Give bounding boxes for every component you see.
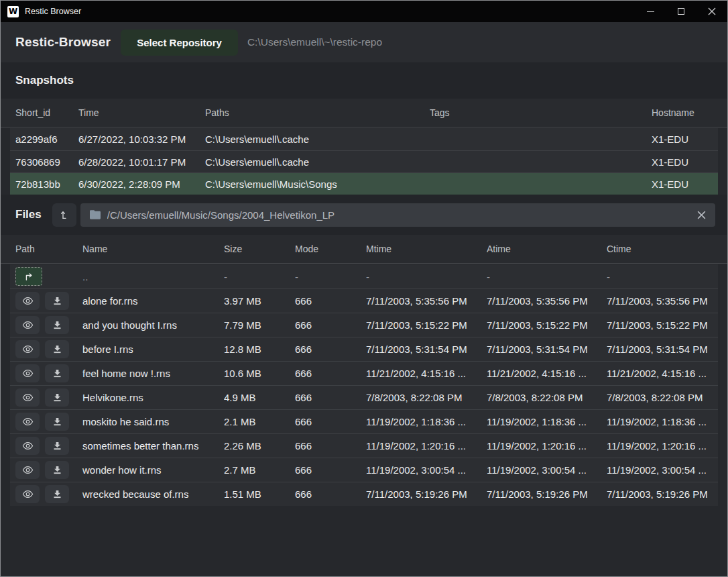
parent-directory-button[interactable] bbox=[15, 267, 42, 286]
minimize-button[interactable] bbox=[635, 1, 666, 22]
file-size: 3.97 MB bbox=[224, 295, 295, 307]
file-mtime: 7/11/2003, 5:31:54 PM bbox=[366, 344, 487, 355]
file-row[interactable]: and you thought I.rns 7.79 MB 666 7/11/2… bbox=[10, 313, 718, 337]
download-button[interactable] bbox=[45, 364, 69, 382]
snapshot-hostname: X1-EDU bbox=[652, 178, 718, 190]
file-name: Helvikone.rns bbox=[82, 392, 224, 403]
file-mode: 666 bbox=[295, 319, 366, 331]
level-up-icon bbox=[59, 209, 70, 220]
folder-icon bbox=[90, 210, 101, 219]
current-path-input[interactable]: /C/Users/emuell/Music/Songs/2004_Helveti… bbox=[80, 203, 715, 227]
file-name: wrecked because of.rns bbox=[82, 488, 224, 500]
file-row[interactable]: wrecked because of.rns 1.51 MB 666 7/11/… bbox=[10, 482, 718, 506]
preview-button[interactable] bbox=[15, 388, 40, 407]
file-mtime: 11/21/2002, 4:15:16 ... bbox=[366, 368, 487, 379]
file-mtime: - bbox=[366, 271, 487, 282]
download-button[interactable] bbox=[45, 388, 69, 407]
preview-button[interactable] bbox=[15, 316, 40, 334]
download-button[interactable] bbox=[45, 437, 69, 455]
file-size: 2.26 MB bbox=[224, 440, 295, 452]
file-name: before I.rns bbox=[82, 344, 224, 355]
app-title: Restic-Browser bbox=[15, 35, 111, 50]
restic-browser-window: W Restic Browser Restic-Browser Select R… bbox=[0, 0, 728, 577]
file-row[interactable]: wonder how it.rns 2.7 MB 666 11/19/2002,… bbox=[10, 458, 718, 482]
file-row[interactable]: moskito he said.rns 2.1 MB 666 11/19/200… bbox=[10, 409, 718, 433]
file-size: 2.1 MB bbox=[224, 416, 295, 427]
file-atime: 7/11/2003, 5:31:54 PM bbox=[487, 344, 607, 355]
select-repository-button[interactable]: Select Repository bbox=[121, 30, 238, 56]
preview-button[interactable] bbox=[15, 437, 40, 455]
download-button[interactable] bbox=[45, 485, 69, 503]
file-name: and you thought I.rns bbox=[82, 319, 224, 331]
file-ctime: 7/11/2003, 5:19:26 PM bbox=[607, 488, 718, 500]
preview-button[interactable] bbox=[15, 292, 40, 310]
parent-directory-row[interactable]: .. - - - - - bbox=[10, 264, 718, 288]
snapshot-row-selected[interactable]: 72b813bb 6/30/2022, 2:28:09 PM C:\Users\… bbox=[10, 172, 718, 195]
snapshot-row[interactable]: 76306869 6/28/2022, 10:01:17 PM C:\Users… bbox=[10, 150, 718, 172]
parent-directory-icon bbox=[23, 272, 35, 282]
file-atime: 7/11/2003, 5:35:56 PM bbox=[487, 295, 607, 307]
close-button[interactable] bbox=[696, 1, 727, 22]
close-icon bbox=[708, 7, 716, 15]
file-atime: 11/21/2002, 4:15:16 ... bbox=[487, 368, 607, 379]
preview-button[interactable] bbox=[15, 364, 40, 382]
preview-button[interactable] bbox=[15, 485, 40, 503]
file-atime: 7/11/2003, 5:19:26 PM bbox=[487, 488, 607, 500]
file-name: feel home now !.rns bbox=[82, 368, 224, 379]
file-mode: 666 bbox=[295, 368, 366, 379]
download-button[interactable] bbox=[45, 292, 69, 310]
preview-button[interactable] bbox=[15, 340, 40, 358]
eye-icon bbox=[22, 321, 34, 329]
column-time: Time bbox=[78, 107, 205, 118]
file-ctime: 11/19/2002, 1:18:36 ... bbox=[607, 416, 718, 427]
eye-icon bbox=[22, 417, 34, 426]
eye-icon bbox=[22, 297, 34, 305]
clear-path-button[interactable] bbox=[697, 211, 706, 219]
file-row[interactable]: Helvikone.rns 4.9 MB 666 7/8/2003, 8:22:… bbox=[10, 385, 718, 409]
snapshots-title: Snapshots bbox=[15, 74, 74, 87]
file-size: 4.9 MB bbox=[224, 392, 295, 403]
file-mtime: 7/11/2003, 5:35:56 PM bbox=[366, 295, 487, 307]
file-size: 7.79 MB bbox=[224, 319, 295, 331]
file-mode: 666 bbox=[295, 488, 366, 500]
column-mtime: Mtime bbox=[366, 244, 487, 254]
download-button[interactable] bbox=[45, 413, 69, 431]
files-section-header: Files /C/Users/emuell/Music/Songs/2004_H… bbox=[1, 195, 727, 235]
snapshot-row[interactable]: a2299af6 6/27/2022, 10:03:32 PM C:\Users… bbox=[10, 128, 718, 150]
eye-icon bbox=[22, 441, 34, 450]
file-row[interactable]: before I.rns 12.8 MB 666 7/11/2003, 5:31… bbox=[10, 337, 718, 361]
window-controls bbox=[635, 1, 727, 22]
eye-icon bbox=[22, 490, 34, 499]
preview-button[interactable] bbox=[15, 413, 40, 431]
file-name: sometimes better than.rns bbox=[82, 440, 224, 452]
column-ctime: Ctime bbox=[607, 244, 727, 254]
file-atime: 11/19/2002, 1:20:16 ... bbox=[487, 440, 607, 452]
snapshots-section-header: Snapshots bbox=[1, 62, 727, 99]
file-ctime: 11/21/2002, 4:15:16 ... bbox=[607, 368, 718, 379]
download-icon bbox=[52, 320, 62, 330]
column-hostname: Hostname bbox=[652, 107, 727, 118]
column-atime: Atime bbox=[487, 244, 607, 254]
download-icon bbox=[52, 344, 62, 354]
download-button[interactable] bbox=[45, 316, 69, 334]
snapshot-short-id: 76306869 bbox=[15, 156, 78, 168]
column-tags: Tags bbox=[430, 107, 652, 118]
file-ctime: 7/8/2003, 8:22:08 PM bbox=[607, 392, 718, 403]
window-title: Restic Browser bbox=[25, 7, 81, 16]
file-row[interactable]: feel home now !.rns 10.6 MB 666 11/21/20… bbox=[10, 361, 718, 385]
eye-icon bbox=[22, 393, 34, 402]
download-button[interactable] bbox=[45, 340, 69, 358]
preview-button[interactable] bbox=[15, 461, 40, 479]
file-ctime: 7/11/2003, 5:35:56 PM bbox=[607, 295, 718, 307]
file-mode: 666 bbox=[295, 344, 366, 355]
download-icon bbox=[52, 392, 62, 403]
go-to-root-button[interactable] bbox=[52, 203, 76, 227]
file-name: wonder how it.rns bbox=[82, 464, 224, 476]
maximize-button[interactable] bbox=[666, 1, 696, 22]
column-paths: Paths bbox=[205, 107, 430, 118]
file-row[interactable]: sometimes better than.rns 2.26 MB 666 11… bbox=[10, 433, 718, 458]
download-button[interactable] bbox=[45, 461, 69, 479]
file-mtime: 7/11/2003, 5:19:26 PM bbox=[366, 488, 487, 500]
file-row[interactable]: alone for.rns 3.97 MB 666 7/11/2003, 5:3… bbox=[10, 288, 718, 313]
snapshot-short-id: a2299af6 bbox=[15, 134, 78, 145]
